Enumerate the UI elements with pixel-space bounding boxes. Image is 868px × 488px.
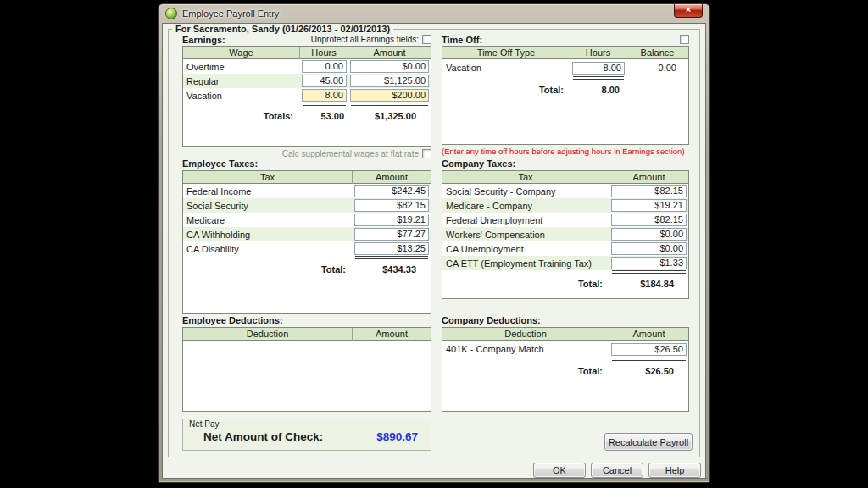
vacation-timeoff-hours-input[interactable]: 8.00 xyxy=(572,62,625,75)
ok-button[interactable]: OK xyxy=(533,463,586,478)
earnings-table: Wage Hours Amount Overtime 0.00 $0.00 Re… xyxy=(182,46,431,147)
ss-company-amount-input[interactable]: $82.15 xyxy=(611,185,687,197)
tax-name: CA ETT (Employment Training Tax) xyxy=(442,258,609,269)
sum-rule-row xyxy=(183,256,431,261)
social-security-amount-input[interactable]: $82.15 xyxy=(354,199,429,212)
federal-income-amount-input[interactable]: $242.45 xyxy=(354,185,429,197)
company-deductions-total-row: Total: $26.50 xyxy=(442,363,688,380)
tax-name: CA Withholding xyxy=(183,230,353,240)
double-rule xyxy=(573,76,624,80)
totals-label: Totals: xyxy=(183,111,300,121)
employee-taxes-table: Tax Amount Federal Income $242.45 Social… xyxy=(182,170,431,314)
desktop-background: { "window": { "title": "Employee Payroll… xyxy=(0,0,868,488)
sum-rule-row xyxy=(183,103,431,108)
401k-match-amount-input[interactable]: $26.50 xyxy=(611,343,687,356)
company-deductions-section-label: Company Deductions: xyxy=(442,315,541,325)
col-header-hours: Hours xyxy=(300,47,348,59)
table-row: Vacation 8.00 $200.00 xyxy=(183,88,431,103)
earnings-section-label: Earnings: xyxy=(182,35,225,45)
table-row: CA Unemployment $0.00 xyxy=(442,241,688,256)
table-row: 401K - Company Match $26.50 xyxy=(442,341,688,358)
federal-unemployment-amount-input[interactable]: $82.15 xyxy=(611,214,687,226)
table-row: Federal Unemployment $82.15 xyxy=(442,213,688,227)
medicare-amount-input[interactable]: $19.21 xyxy=(354,214,429,226)
ca-disability-amount-input[interactable]: $13.25 xyxy=(354,242,429,255)
col-header-hours: Hours xyxy=(570,47,626,59)
time-off-total-row: Total: 8.00 xyxy=(442,81,688,98)
recalculate-payroll-button[interactable]: Recalculate Payroll xyxy=(604,433,693,451)
company-taxes-table: Tax Amount Social Security - Company $82… xyxy=(442,170,689,299)
table-row: Social Security $82.15 xyxy=(183,198,431,213)
company-deductions-table: Deduction Amount 401K - Company Match $2… xyxy=(442,327,689,412)
tax-name: Social Security - Company xyxy=(442,186,609,197)
employee-deductions-header: Deduction Amount xyxy=(183,328,431,341)
table-row: Regular 45.00 $1,125.00 xyxy=(183,74,431,88)
close-button[interactable]: × xyxy=(674,4,703,18)
title-bar[interactable]: Employee Payroll Entry xyxy=(159,4,709,23)
vacation-hours-input[interactable]: 8.00 xyxy=(302,89,347,102)
double-rule xyxy=(351,103,428,106)
ca-withholding-amount-input[interactable]: $77.27 xyxy=(354,228,429,241)
time-off-header: Time Off Type Hours Balance xyxy=(442,47,688,59)
company-taxes-header: Tax Amount xyxy=(442,171,688,184)
company-taxes-total-value: $184.84 xyxy=(609,279,688,289)
time-off-section-label: Time Off: xyxy=(442,35,482,45)
calc-flat-rate-label: Calc supplemental wages at flat rate xyxy=(282,149,419,158)
tax-name: CA Unemployment xyxy=(442,244,609,254)
col-header-balance: Balance xyxy=(626,47,688,59)
double-rule xyxy=(612,358,686,361)
medicare-company-amount-input[interactable]: $19.21 xyxy=(611,199,687,212)
table-row: Vacation 8.00 0.00 xyxy=(442,59,688,76)
wage-name: Overtime xyxy=(183,62,300,72)
employee-period-caption: For Sacramento, Sandy (01/26/2013 - 02/0… xyxy=(172,24,393,34)
overtime-hours-input[interactable]: 0.00 xyxy=(302,60,347,73)
sum-rule-row xyxy=(442,358,688,363)
unprotect-earnings-checkbox[interactable] xyxy=(422,35,431,44)
col-header-amount: Amount xyxy=(609,328,688,341)
ca-ett-amount-input[interactable]: $1.33 xyxy=(611,257,687,269)
double-rule xyxy=(612,270,686,274)
tax-name: Medicare - Company xyxy=(442,201,609,211)
double-rule xyxy=(303,103,346,106)
window-title: Employee Payroll Entry xyxy=(182,8,279,19)
company-taxes-section-label: Company Taxes: xyxy=(442,158,515,169)
company-deductions-header: Deduction Amount xyxy=(442,328,688,341)
net-pay-caption: Net Pay xyxy=(189,419,220,429)
table-row: Social Security - Company $82.15 xyxy=(442,184,688,198)
ca-unemployment-amount-input[interactable]: $0.00 xyxy=(611,242,687,255)
regular-hours-input[interactable]: 45.00 xyxy=(302,75,347,87)
calc-flat-rate-checkbox[interactable] xyxy=(422,149,431,158)
help-button[interactable]: Help xyxy=(648,463,701,478)
col-header-amount: Amount xyxy=(609,171,688,184)
cancel-button[interactable]: Cancel xyxy=(591,463,643,478)
wage-name: Vacation xyxy=(183,91,300,101)
time-off-checkbox[interactable] xyxy=(680,35,689,44)
col-header-amount: Amount xyxy=(353,328,431,341)
vacation-amount-input[interactable]: $200.00 xyxy=(350,89,429,102)
total-label: Total: xyxy=(442,279,609,289)
tax-name: CA Disability xyxy=(183,244,353,254)
col-header-time-off-type: Time Off Type xyxy=(442,47,570,59)
table-row: Medicare $19.21 xyxy=(183,213,431,227)
col-header-deduction: Deduction xyxy=(442,328,609,341)
net-amount-label: Net Amount of Check: xyxy=(203,430,323,443)
earnings-header-bar: Earnings: Unprotect all Earnings fields: xyxy=(182,34,431,45)
regular-amount-input[interactable]: $1,125.00 xyxy=(350,75,429,87)
earnings-table-header: Wage Hours Amount xyxy=(183,47,431,59)
table-row: Medicare - Company $19.21 xyxy=(442,198,688,213)
time-off-total-hours: 8.00 xyxy=(570,85,626,95)
tax-name: Medicare xyxy=(183,215,353,225)
employee-taxes-header: Tax Amount xyxy=(183,171,431,184)
sum-rule-row xyxy=(442,76,688,81)
wage-name: Regular xyxy=(183,76,300,86)
overtime-amount-input[interactable]: $0.00 xyxy=(350,60,429,73)
app-icon xyxy=(165,8,177,19)
table-row: CA ETT (Employment Training Tax) $1.33 xyxy=(442,256,688,270)
total-label: Total: xyxy=(442,366,609,376)
company-taxes-total-row: Total: $184.84 xyxy=(442,275,688,292)
workers-comp-amount-input[interactable]: $0.00 xyxy=(611,228,687,241)
net-pay-group: Net Pay Net Amount of Check: $890.67 xyxy=(182,419,431,451)
dialog-client-area: For Sacramento, Sandy (01/26/2013 - 02/0… xyxy=(162,23,706,479)
net-amount-value: $890.67 xyxy=(376,430,418,443)
col-header-amount: Amount xyxy=(353,171,431,184)
